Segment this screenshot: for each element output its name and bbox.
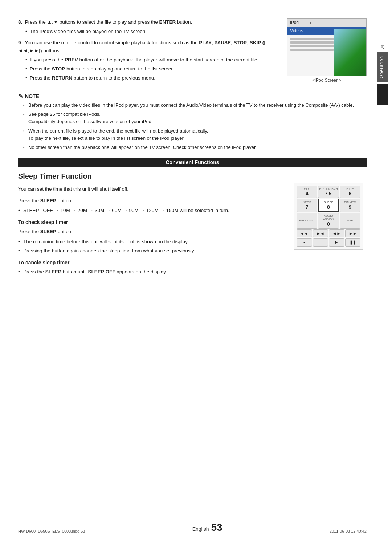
side-tab-number: 04 [378,44,387,51]
remote-row-2: NEOS 7 SLEEP 8 DIMMER 9 [297,199,360,212]
ipod-screen-container: iPod Videos › <iPod Screen> [287,18,367,85]
step-8-header: 8. Press the ▲,▼ buttons to select the f… [18,18,279,26]
sleep-timer-section: Sleep Timer Function You can set the tim… [18,172,367,277]
remote-nav-row: ◄◄ ►◄ ◄► ►► [297,229,360,237]
ipod-screen-header: iPod [287,19,366,27]
remote-prev: ►◄ [313,229,328,237]
note-icon: ✎ [18,93,23,99]
note-item-4: No other screen than the playback one wi… [23,144,367,151]
sleep-intro-text: You can set the time that this unit will… [18,185,287,193]
remote-box: PTY- 4 PTY SEARCH • 5 PTY+ 6 NEOS [294,183,363,250]
remote-rec [313,238,328,247]
step-9-bullet-1: If you press the PREV button after the p… [25,56,279,64]
side-black-bar [377,84,388,105]
remote-btn-7: NEOS 7 [297,199,317,212]
note-header: ✎ NOTE [18,93,367,99]
english-label: English [192,526,209,532]
cancel-bullet: Press the SLEEP button until SLEEP OFF a… [18,268,287,276]
note-item-2: See page 25 for compatible iPods.Compati… [23,111,367,125]
check-sleep-press: Press the SLEEP button. [18,228,287,236]
ipod-thumbnail-image [334,29,366,76]
sleep-intro: You can set the time that this unit will… [18,185,287,276]
page-border-top [11,11,372,11]
note-section: ✎ NOTE Before you can play the video fil… [18,93,367,151]
footer-file: HW-D600_D650S_ELS_0603.indd 53 [18,529,85,533]
remote-btn-dsp: DSP [340,213,360,229]
top-section: 8. Press the ▲,▼ buttons to select the f… [18,18,367,85]
step-8-enter: ENTER [159,19,176,25]
remote-row-1: PTY- 4 PTY SEARCH • 5 PTY+ 6 [297,186,360,198]
check-sleep-heading: To check sleep timer [18,218,287,226]
ipod-label: iPod [290,20,299,25]
remote-pause: ❚❚ [345,238,361,247]
section-divider: Convenient Functions [18,158,367,167]
sleep-timer-text: Sleep Timer Function You can set the tim… [18,172,287,277]
side-tab-label: Operation [377,52,388,82]
page-num: 53 [211,522,222,533]
top-text: 8. Press the ▲,▼ buttons to select the f… [18,18,279,85]
step-8: 8. Press the ▲,▼ buttons to select the f… [18,18,279,35]
remote-btn-prologic: PROLOGIC [297,213,317,229]
step-8-bullet: The iPod's video files will be played on… [25,28,279,36]
ipod-battery-icon [303,21,310,24]
remote-btn-6: PTY+ 6 [340,186,360,198]
remote-row-3: PROLOGIC AUDIO ASSIGN 0 DSP [297,213,360,229]
remote-btn-5: PTY SEARCH • 5 [318,186,339,198]
note-label: NOTE [25,93,39,99]
remote-skip-forward: ►► [345,229,361,237]
footer: HW-D600_D650S_ELS_0603.indd 53 English 5… [18,522,367,533]
footer-date: 2011-06-03 12:40:42 [330,529,367,533]
check-bullet-2: Pressing the button again changes the sl… [18,247,287,255]
page-border-left [11,11,11,526]
step-9-header: 9. You can use the remote control to con… [18,39,279,54]
main-content: 8. Press the ▲,▼ buttons to select the f… [18,18,367,515]
remote-play-row: ▪ ► ❚❚ [297,238,360,247]
remote-stop: ▪ [297,238,312,247]
ipod-line-4 [290,49,334,51]
step-9-bullet-2: Press the STOP button to stop playing an… [25,65,279,73]
remote-btn-0: AUDIO ASSIGN 0 [318,213,339,229]
remote-image: PTY- 4 PTY SEARCH • 5 PTY+ 6 NEOS [294,183,367,277]
remote-skip-back: ◄◄ [297,229,312,237]
step-9: 9. You can use the remote control to con… [18,39,279,82]
remote-next: ◄► [329,229,344,237]
note-item-1: Before you can play the video files in t… [23,102,367,109]
side-tab: 04 Operation [372,44,392,105]
sleep-sequence-bullet: SLEEP : OFF → 10M → 20M → 30M → 60M → 90… [18,207,287,215]
sleep-timer-title: Sleep Timer Function [18,172,287,182]
ipod-screen-caption: <iPod Screen> [287,78,367,83]
remote-play: ► [329,238,344,247]
ipod-line-2 [290,41,334,44]
page-number: English 53 [192,522,222,533]
cancel-sleep-heading: To cancle sleep timer [18,259,287,267]
ipod-videos-label: Videos [290,28,303,33]
check-bullet-1: The remaining time before this unit will… [18,238,287,246]
note-item-3: When the current file is played to the e… [23,127,367,142]
remote-btn-9: DIMMER 9 [340,199,360,212]
ipod-screen-box: iPod Videos › [287,18,367,76]
step-9-bullet-3: Press the RETURN button to return to the… [25,74,279,82]
remote-btn-4: PTY- 4 [297,186,317,198]
remote-btn-8-sleep: SLEEP 8 [318,199,339,212]
sleep-press-sleep: Press the SLEEP button. [18,197,287,205]
